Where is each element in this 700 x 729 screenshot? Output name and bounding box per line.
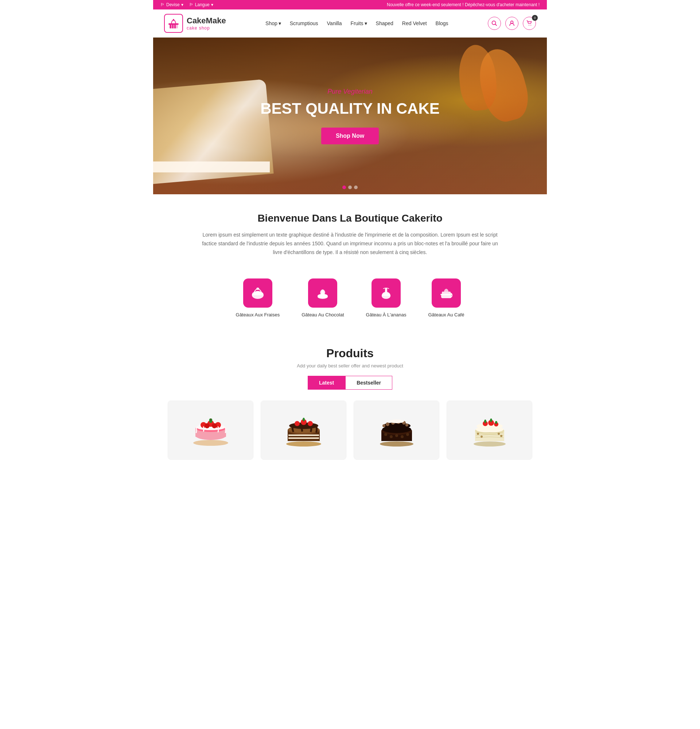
svg-point-69 xyxy=(484,420,487,423)
svg-point-20 xyxy=(193,440,228,446)
promo-text: Nouvelle offre ce week-end seulement ! D… xyxy=(387,2,540,7)
chocolate-cake-icon xyxy=(308,279,337,308)
category-pineapple[interactable]: Gâteau À L'ananas xyxy=(366,279,407,318)
products-title: Produits xyxy=(168,347,532,360)
svg-point-9 xyxy=(529,25,529,26)
user-icon xyxy=(509,20,515,26)
product-image-1 xyxy=(168,401,253,459)
logo-text: CakeMake cake shop xyxy=(187,16,226,30)
svg-rect-16 xyxy=(385,288,387,293)
svg-point-44 xyxy=(380,441,414,446)
nav-fruits[interactable]: Fruits ▾ xyxy=(351,20,367,26)
hero-dot-3[interactable] xyxy=(354,186,358,189)
search-button[interactable] xyxy=(488,17,501,30)
hero-dots xyxy=(342,186,358,189)
shop-now-button[interactable]: Shop Now xyxy=(321,128,379,144)
svg-point-49 xyxy=(390,435,393,438)
cart-count: 0 xyxy=(532,15,538,21)
svg-point-75 xyxy=(500,435,502,437)
svg-point-33 xyxy=(286,441,321,446)
cart-button[interactable]: 0 xyxy=(523,17,536,30)
svg-point-71 xyxy=(495,421,497,424)
svg-point-10 xyxy=(530,25,531,26)
langue-selector[interactable]: 🏳 Langue ▾ xyxy=(189,2,213,7)
svg-point-29 xyxy=(212,423,217,428)
svg-rect-38 xyxy=(288,437,319,439)
products-section: Produits Add your daily best seller offe… xyxy=(153,336,547,482)
svg-point-50 xyxy=(395,434,398,437)
svg-point-28 xyxy=(205,423,210,428)
category-strawberry[interactable]: Gâteaux Aux Fraises xyxy=(236,279,280,318)
nav-icons: 0 xyxy=(488,17,536,30)
tab-bestseller[interactable]: Bestseller xyxy=(345,376,392,390)
svg-line-7 xyxy=(495,25,497,26)
devise-selector[interactable]: 🏳 Devise ▾ xyxy=(160,2,183,7)
product-card-1[interactable] xyxy=(168,401,253,460)
chevron-down-icon: ▾ xyxy=(365,20,367,26)
nav-shop[interactable]: Shop ▾ xyxy=(266,20,281,26)
svg-point-52 xyxy=(406,433,409,436)
nav-blogs[interactable]: Blogs xyxy=(436,20,449,26)
product-image-2 xyxy=(261,401,346,459)
logo: CakeMake cake shop xyxy=(164,14,226,33)
hero-content: Pure Vegiterian BEST QUALITY IN CAKE Sho… xyxy=(260,88,440,144)
svg-rect-2 xyxy=(172,25,174,28)
cart-icon xyxy=(526,20,532,26)
nav-vanilla[interactable]: Vanilla xyxy=(327,20,342,26)
category-coffee[interactable]: Gâteaux Au Café xyxy=(428,279,464,318)
nav-scrumptious[interactable]: Scrumptious xyxy=(290,20,318,26)
products-tabs: Latest Bestseller xyxy=(168,376,532,390)
hero-dot-2[interactable] xyxy=(348,186,352,189)
svg-point-42 xyxy=(308,421,313,426)
svg-rect-1 xyxy=(170,25,171,28)
category-pineapple-label: Gâteau À L'ananas xyxy=(366,312,407,318)
svg-rect-32 xyxy=(211,418,211,421)
search-icon xyxy=(491,20,497,26)
svg-point-70 xyxy=(490,418,492,422)
nav-shaped[interactable]: Shaped xyxy=(376,20,394,26)
welcome-section: Bienvenue Dans La Boutique Cakerito Lore… xyxy=(153,194,547,264)
chevron-down-icon: ▾ xyxy=(181,2,183,7)
svg-point-59 xyxy=(382,424,385,427)
top-bar-left: 🏳 Devise ▾ 🏳 Langue ▾ xyxy=(160,2,213,7)
coffee-cake-icon xyxy=(432,279,461,308)
strawberry-cake-icon xyxy=(243,279,272,308)
categories-section: Gâteaux Aux Fraises Gâteau Au Chocolat G… xyxy=(153,264,547,336)
category-chocolate-label: Gâteau Au Chocolat xyxy=(302,312,344,318)
product-card-3[interactable] xyxy=(354,401,439,460)
svg-rect-3 xyxy=(174,25,176,28)
hero-title: BEST QUALITY IN CAKE xyxy=(260,100,440,118)
svg-rect-19 xyxy=(442,292,451,295)
logo-icon xyxy=(164,14,183,33)
pineapple-cake-icon xyxy=(372,279,401,308)
svg-point-48 xyxy=(384,433,387,436)
svg-point-51 xyxy=(401,435,404,438)
product-card-4[interactable] xyxy=(447,401,532,460)
product-image-4 xyxy=(447,401,532,459)
category-strawberry-label: Gâteaux Aux Fraises xyxy=(236,312,280,318)
svg-rect-4 xyxy=(168,23,179,25)
chevron-down-icon: ▾ xyxy=(211,2,213,7)
svg-point-74 xyxy=(498,433,500,435)
account-button[interactable] xyxy=(505,17,518,30)
products-subtitle: Add your daily best seller offer and new… xyxy=(168,363,532,369)
hero-subtitle: Pure Vegiterian xyxy=(260,88,440,96)
top-bar: 🏳 Devise ▾ 🏳 Langue ▾ Nouvelle offre ce … xyxy=(153,0,547,9)
nav-red-velvet[interactable]: Red Velvet xyxy=(402,20,427,26)
svg-point-43 xyxy=(303,418,305,421)
welcome-description: Lorem ipsum est simplement un texte grap… xyxy=(197,231,503,257)
product-card-2[interactable] xyxy=(261,401,346,460)
svg-point-5 xyxy=(173,19,174,20)
category-chocolate[interactable]: Gâteau Au Chocolat xyxy=(302,279,344,318)
svg-point-60 xyxy=(389,420,404,423)
products-header: Produits Add your daily best seller offe… xyxy=(168,347,532,369)
tab-latest[interactable]: Latest xyxy=(308,376,345,390)
products-grid xyxy=(168,401,532,460)
svg-point-54 xyxy=(386,423,389,426)
svg-point-40 xyxy=(295,421,300,426)
hero-dot-1[interactable] xyxy=(342,186,346,189)
product-image-3 xyxy=(354,401,439,459)
header: CakeMake cake shop Shop ▾ Scrumptious Va… xyxy=(153,9,547,38)
svg-point-73 xyxy=(481,436,483,438)
main-nav: Shop ▾ Scrumptious Vanilla Fruits ▾ Shap… xyxy=(266,20,449,26)
